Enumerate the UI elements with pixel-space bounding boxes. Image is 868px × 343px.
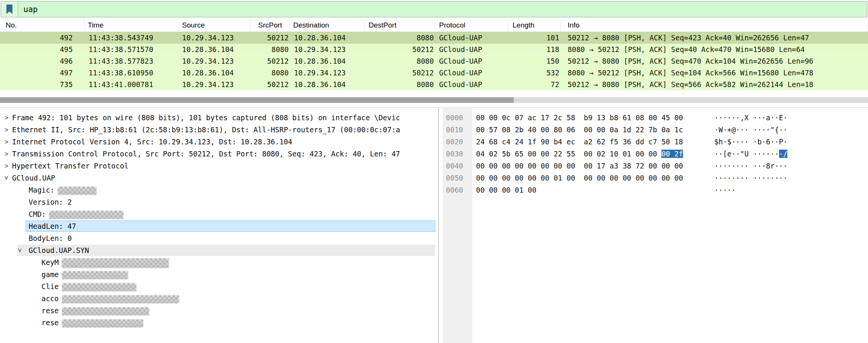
detail-row[interactable]: Clie xyxy=(0,280,438,292)
bookmark-icon xyxy=(5,4,14,15)
detail-row[interactable]: acco xyxy=(0,292,438,305)
hex-bytes[interactable]: 00 00 00 01 00 xyxy=(476,184,536,196)
cell-no: 495 xyxy=(0,45,85,54)
packet-details-tree: >Frame 492: 101 bytes on wire (808 bits)… xyxy=(0,112,438,329)
column-header-srcport[interactable]: SrcPort xyxy=(251,19,290,32)
cell-source: 10.29.34.123 xyxy=(179,57,251,65)
hex-bytes[interactable]: 24 68 c4 24 1f 90 b4 ec a2 62 f5 36 dd c… xyxy=(476,136,683,148)
hex-offset: 0030 xyxy=(446,148,463,160)
cell-length: 101 xyxy=(508,34,561,42)
detail-text: rese xyxy=(41,317,59,329)
hex-ascii[interactable]: ·W·+@··· ····"{·· xyxy=(714,124,787,136)
packet-bytes-pane: 000000 00 0c 07 ac 17 2c 58 b9 13 b8 61 … xyxy=(439,108,868,343)
hex-bytes[interactable]: 00 57 08 2b 40 00 80 06 00 00 0a 1d 22 7… xyxy=(476,124,683,136)
detail-row[interactable]: game xyxy=(0,268,438,280)
packet-row[interactable]: 73511:43:41.00078110.29.34.1235021210.28… xyxy=(0,79,868,90)
detail-row[interactable]: >GCloud.UAP.SYN xyxy=(0,244,438,256)
cell-length: 532 xyxy=(508,69,561,77)
column-header-destport[interactable]: DestPort xyxy=(365,19,435,32)
cell-time: 11:43:41.000781 xyxy=(85,80,179,89)
hex-bytes[interactable]: 04 02 5b 65 00 00 22 55 00 02 10 01 00 0… xyxy=(476,148,683,160)
cell-protocol: GCloud-UAP xyxy=(435,69,508,77)
detail-row[interactable]: BodyLen: 0 xyxy=(0,232,438,244)
column-header-source[interactable]: Source xyxy=(179,19,251,32)
collapse-arrow-icon[interactable]: > xyxy=(14,247,26,254)
expand-arrow-icon[interactable]: > xyxy=(3,148,10,160)
hex-bytes[interactable]: 00 00 00 00 00 00 00 00 00 17 a3 38 72 0… xyxy=(476,160,683,172)
redacted-value xyxy=(49,211,124,219)
cell-length: 72 xyxy=(508,80,561,89)
cell-srcport: 8080 xyxy=(251,69,290,77)
redacted-value xyxy=(62,271,128,279)
packet-list-header: No. Time Source SrcPort Destination Dest… xyxy=(0,19,868,32)
redacted-value xyxy=(62,258,169,268)
detail-row[interactable]: >Internet Protocol Version 4, Src: 10.29… xyxy=(0,136,438,148)
column-header-protocol[interactable]: Protocol xyxy=(435,19,508,32)
packet-list-hscrollbar[interactable] xyxy=(0,97,868,103)
collapse-arrow-icon[interactable]: > xyxy=(0,175,12,181)
hex-ascii[interactable]: ··[e··"U ·······/ xyxy=(714,148,787,160)
packet-row[interactable]: 49511:43:38.57157010.28.36.104808010.29.… xyxy=(0,44,868,55)
column-header-info[interactable]: Info xyxy=(561,19,868,32)
cell-destport: 8080 xyxy=(365,34,435,42)
expand-arrow-icon[interactable]: > xyxy=(3,112,10,124)
hex-offset: 0010 xyxy=(446,124,463,136)
detail-text: Frame 492: 101 bytes on wire (808 bits),… xyxy=(12,112,400,124)
redacted-value xyxy=(62,283,136,291)
detail-row[interactable]: >Ethernet II, Src: HP_13:b8:61 (2c:58:b9… xyxy=(0,124,438,136)
hex-offset: 0000 xyxy=(446,112,463,124)
column-header-time[interactable]: Time xyxy=(85,19,179,32)
hex-dump: 000000 00 0c 07 ac 17 2c 58 b9 13 b8 61 … xyxy=(439,112,868,196)
column-header-no[interactable]: No. xyxy=(0,19,85,32)
hex-row: 005000 00 00 00 00 00 01 00 00 00 00 00 … xyxy=(439,172,868,184)
expand-arrow-icon[interactable]: > xyxy=(3,136,10,148)
detail-row[interactable]: rese xyxy=(0,305,438,317)
packet-row[interactable]: 49611:43:38.57782310.29.34.1235021210.28… xyxy=(0,55,868,67)
hex-offset: 0060 xyxy=(446,184,463,196)
display-filter-input[interactable]: uap xyxy=(18,2,867,17)
detail-row[interactable]: Magic: xyxy=(0,184,438,196)
scrollbar-thumb[interactable] xyxy=(0,97,514,103)
cell-protocol: GCloud-UAP xyxy=(435,57,508,65)
detail-row[interactable]: KeyM xyxy=(0,256,438,268)
detail-row[interactable]: rese xyxy=(0,317,438,329)
detail-row[interactable]: Version: 2 xyxy=(0,196,438,208)
detail-row[interactable]: >Frame 492: 101 bytes on wire (808 bits)… xyxy=(0,112,438,124)
cell-source: 10.28.36.104 xyxy=(179,45,251,54)
hex-ascii[interactable]: ········ ········ xyxy=(714,172,787,184)
detail-row[interactable]: >Hypertext Transfer Protocol xyxy=(0,160,438,172)
packet-row[interactable]: 49711:43:38.61095010.28.36.104808010.29.… xyxy=(0,67,868,79)
column-header-destination[interactable]: Destination xyxy=(290,19,365,32)
hex-offset: 0020 xyxy=(446,136,463,148)
hex-row: 001000 57 08 2b 40 00 80 06 00 00 0a 1d … xyxy=(439,124,868,136)
detail-row[interactable]: >Transmission Control Protocol, Src Port… xyxy=(0,148,438,160)
column-header-length[interactable]: Length xyxy=(508,19,561,32)
cell-destination: 10.28.36.104 xyxy=(290,80,365,89)
packet-row[interactable]: 49211:43:38.54374910.29.34.1235021210.28… xyxy=(0,32,868,44)
cell-no: 497 xyxy=(0,69,85,77)
hex-row: 003004 02 5b 65 00 00 22 55 00 02 10 01 … xyxy=(439,148,868,160)
cell-protocol: GCloud-UAP xyxy=(435,34,508,42)
hex-ascii[interactable]: ····· xyxy=(714,184,736,196)
detail-text: KeyM xyxy=(41,256,59,268)
expand-arrow-icon[interactable]: > xyxy=(3,124,10,136)
cell-protocol: GCloud-UAP xyxy=(435,45,508,54)
hex-bytes[interactable]: 00 00 0c 07 ac 17 2c 58 b9 13 b8 61 08 0… xyxy=(476,112,683,124)
redacted-value xyxy=(62,319,143,328)
filter-bookmark-button[interactable] xyxy=(1,2,18,17)
detail-row[interactable]: CMD: xyxy=(0,208,438,220)
detail-row[interactable]: >GCloud.UAP xyxy=(0,172,438,184)
detail-row[interactable]: HeadLen: 47 xyxy=(0,220,438,232)
hex-ascii[interactable]: $h·$···· ·b·6··P· xyxy=(714,136,787,148)
cell-destination: 10.28.36.104 xyxy=(290,57,365,65)
detail-text: Internet Protocol Version 4, Src: 10.29.… xyxy=(12,136,292,148)
hex-ascii[interactable]: ······,X ···a··E· xyxy=(714,112,787,124)
cell-destport: 8080 xyxy=(365,57,435,65)
redacted-value xyxy=(62,307,149,315)
hex-ascii[interactable]: ········ ···8r··· xyxy=(714,160,787,172)
hex-offset: 0050 xyxy=(446,172,463,184)
detail-text: Version: 2 xyxy=(29,196,72,208)
expand-arrow-icon[interactable]: > xyxy=(3,160,10,172)
hex-row: 006000 00 00 01 00····· xyxy=(439,184,868,196)
hex-bytes[interactable]: 00 00 00 00 00 00 01 00 00 00 00 00 00 0… xyxy=(476,172,683,184)
